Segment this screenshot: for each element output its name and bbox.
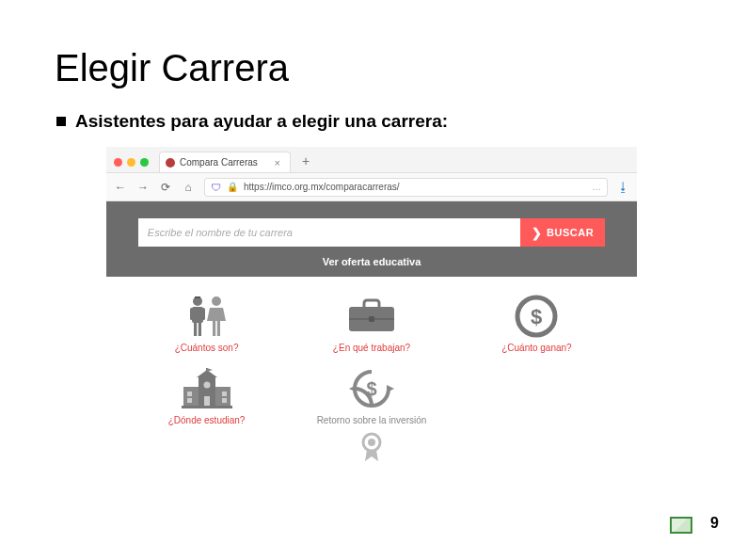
svg-rect-22: [187, 398, 192, 403]
cell-retorno-label: Retorno sobre la inversión: [317, 415, 427, 425]
svg-point-26: [203, 382, 210, 389]
browser-address-bar: ← → ⟳ ⌂ 🛡 🔒 https://imco.org.mx/comparac…: [106, 173, 637, 201]
briefcase-icon: [343, 294, 400, 339]
page-number: 9: [710, 515, 719, 532]
browser-screenshot: Compara Carreras × + ← → ⟳ ⌂ 🛡 🔒 https:/…: [106, 147, 637, 504]
url-text: https://imco.org.mx/comparacarreras/: [244, 182, 400, 192]
download-icon[interactable]: ⭳: [617, 180, 629, 194]
svg-rect-21: [187, 392, 192, 396]
tab-title: Compara Carreras: [180, 157, 258, 168]
cell-ganan[interactable]: $ ¿Cuánto ganan?: [501, 294, 572, 353]
cell-estudian-label: ¿Dónde estudian?: [168, 415, 246, 425]
search-hero: Escribe el nombre de tu carrera ❯ BUSCAR…: [106, 201, 637, 277]
favicon-icon: [166, 158, 175, 168]
lock-icon: 🔒: [227, 182, 238, 192]
cell-trabajan[interactable]: ¿En qué trabajan?: [333, 294, 410, 353]
svg-rect-16: [182, 406, 232, 408]
bullet-item: Asistentes para ayudar a elegir una carr…: [56, 111, 448, 132]
medal-row: [106, 431, 637, 463]
career-search-input[interactable]: Escribe el nombre de tu carrera: [138, 218, 520, 247]
svg-point-31: [368, 439, 375, 446]
svg-text:$: $: [366, 378, 376, 399]
svg-text:$: $: [531, 305, 542, 328]
people-icon: [179, 294, 235, 339]
browser-tab[interactable]: Compara Carreras ×: [159, 152, 291, 172]
new-tab-button[interactable]: +: [296, 153, 315, 172]
slide-title: Elegir Carrera: [55, 47, 289, 89]
bullet-text: Asistentes para ayudar a elegir una carr…: [75, 111, 448, 132]
school-building-icon: [179, 366, 235, 411]
cell-estudian[interactable]: ¿Dónde estudian?: [168, 366, 246, 425]
url-field[interactable]: 🛡 🔒 https://imco.org.mx/comparacarreras/…: [204, 178, 608, 197]
close-window-icon[interactable]: [114, 158, 122, 167]
browser-chrome: Compara Carreras × + ← → ⟳ ⌂ 🛡 🔒 https:/…: [106, 147, 637, 201]
svg-rect-24: [222, 398, 227, 403]
cell-retorno[interactable]: $ Retorno sobre la inversión: [317, 366, 427, 425]
svg-rect-23: [222, 392, 227, 396]
webpage-content: Escribe el nombre de tu carrera ❯ BUSCAR…: [106, 201, 637, 463]
svg-rect-5: [202, 308, 205, 320]
oferta-link[interactable]: Ver oferta educativa: [323, 256, 421, 267]
close-tab-icon[interactable]: ×: [275, 157, 280, 168]
roi-cycle-icon: $: [343, 366, 400, 411]
forward-icon[interactable]: →: [136, 181, 150, 194]
cell-ganan-label: ¿Cuánto ganan?: [501, 343, 572, 353]
svg-rect-25: [204, 396, 210, 406]
url-more-icon[interactable]: …: [592, 182, 601, 192]
svg-rect-2: [194, 323, 197, 336]
svg-marker-27: [387, 385, 394, 392]
svg-rect-3: [198, 323, 200, 336]
search-placeholder: Escribe el nombre de tu carrera: [148, 227, 293, 238]
svg-marker-20: [207, 368, 213, 372]
svg-rect-8: [213, 321, 215, 336]
search-button-label: BUSCAR: [547, 227, 594, 238]
svg-marker-28: [349, 385, 357, 392]
window-controls: [112, 158, 153, 172]
back-icon[interactable]: ←: [114, 181, 127, 194]
svg-point-7: [212, 296, 221, 306]
search-button[interactable]: ❯ BUSCAR: [520, 218, 606, 247]
svg-rect-6: [195, 296, 200, 298]
chevron-right-icon: ❯: [532, 226, 543, 240]
svg-rect-4: [190, 308, 193, 320]
footer-badge-icon: [670, 517, 692, 534]
home-icon[interactable]: ⌂: [182, 181, 195, 194]
svg-rect-12: [369, 316, 374, 322]
svg-rect-1: [192, 307, 203, 323]
category-grid: ¿Cuántos son? ¿En qué trabajan?: [138, 294, 605, 425]
maximize-window-icon[interactable]: [140, 158, 149, 167]
reload-icon[interactable]: ⟳: [159, 181, 172, 194]
bullet-marker-icon: [56, 117, 66, 126]
shield-icon: 🛡: [211, 182, 221, 193]
svg-marker-32: [365, 450, 378, 461]
medal-icon: [358, 431, 386, 463]
browser-tabbar: Compara Carreras × +: [106, 147, 637, 173]
cell-cuantos-label: ¿Cuántos son?: [175, 343, 239, 353]
svg-rect-9: [216, 321, 219, 336]
cell-trabajan-label: ¿En qué trabajan?: [333, 343, 410, 353]
cell-cuantos[interactable]: ¿Cuántos son?: [175, 294, 239, 353]
dollar-coin-icon: $: [508, 294, 564, 339]
minimize-window-icon[interactable]: [127, 158, 135, 167]
search-row: Escribe el nombre de tu carrera ❯ BUSCAR: [138, 218, 605, 247]
